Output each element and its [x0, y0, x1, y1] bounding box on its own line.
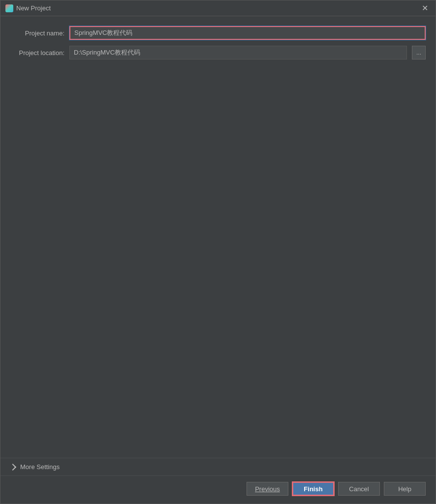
previous-label: Previous [255, 485, 280, 493]
content-spacer [10, 65, 426, 448]
title-bar: New Project ✕ [0, 0, 436, 16]
project-name-row: Project name: [10, 26, 426, 40]
window-title: New Project [16, 4, 51, 12]
button-row: Previous Finish Cancel Help [0, 475, 436, 504]
browse-button[interactable]: ... [412, 46, 426, 59]
new-project-dialog: New Project ✕ Project name: Project loca… [0, 0, 436, 504]
project-name-input[interactable] [69, 26, 426, 40]
bottom-area: More Settings Previous Finish Cancel Hel… [0, 458, 436, 504]
more-settings-label: More Settings [20, 463, 60, 471]
close-button[interactable]: ✕ [419, 2, 431, 14]
intellij-logo [5, 4, 13, 12]
content-area: Project name: Project location: ... [0, 16, 436, 458]
project-location-row: Project location: ... [10, 46, 426, 59]
project-location-input[interactable] [69, 46, 407, 59]
project-location-label: Project location: [10, 49, 64, 57]
chevron-right-icon [9, 463, 16, 470]
finish-label: Finish [304, 485, 322, 493]
finish-button[interactable]: Finish [292, 482, 334, 496]
app-icon [5, 4, 13, 12]
cancel-button[interactable]: Cancel [338, 482, 380, 496]
project-name-label: Project name: [10, 30, 64, 37]
cancel-label: Cancel [349, 485, 369, 493]
more-settings-section[interactable]: More Settings [0, 458, 436, 475]
title-bar-left: New Project [5, 4, 51, 12]
help-label: Help [398, 485, 411, 493]
previous-button[interactable]: Previous [247, 482, 288, 496]
help-button[interactable]: Help [384, 482, 426, 496]
